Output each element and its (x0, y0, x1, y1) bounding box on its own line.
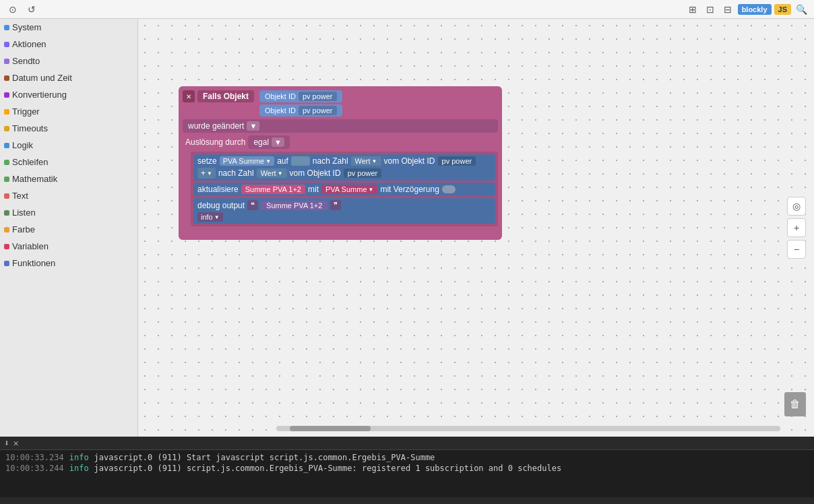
sidebar-item-timeouts[interactable]: Timeouts (0, 120, 137, 137)
sidebar-item-variablen[interactable]: Variablen (0, 238, 137, 255)
canvas-area[interactable]: ✕ Falls Objekt Objekt ID pv power Objekt… (138, 19, 814, 437)
sidebar: System Aktionen Sendto Datum und Zeit Ko… (0, 19, 138, 437)
listen-color-dot (4, 210, 9, 216)
debug-row-1: debug output ❝ Summe PVA 1+2 ❞ (197, 200, 491, 210)
geaendert-label: wurde geändert (188, 121, 244, 131)
wert-tag-2: Wert ▼ (257, 168, 287, 178)
pva-summe-dd[interactable]: ▼ (369, 187, 374, 193)
egal-block[interactable]: egal ▼ (248, 135, 290, 149)
log-time-1: 10:00:33.234 (5, 453, 64, 462)
info-tag: info ▼ (197, 212, 223, 222)
input-slot[interactable] (291, 156, 310, 166)
sidebar-label-funktionen: Funktionen (12, 258, 55, 268)
grid-icon[interactable]: ⊟ (720, 2, 735, 17)
log-scroll-btn[interactable]: ⬇ (4, 438, 9, 448)
import-icon[interactable]: ⊡ (703, 2, 718, 17)
canvas-scrollbar[interactable] (276, 426, 780, 431)
debug-row-2: info ▼ (197, 212, 491, 222)
mit-keyword: mit (308, 185, 319, 194)
plus-label: + (201, 168, 206, 178)
zoom-in-button[interactable]: + (787, 218, 806, 237)
log-level-1: info (69, 453, 89, 462)
pv-power-tag-1: pv power (299, 92, 337, 101)
timeouts-color-dot (4, 126, 9, 131)
pv-power-inner-1: pv power (438, 156, 476, 166)
objekt-id-block-2: Objekt ID pv power (259, 104, 342, 117)
objekt-id-label-1: Objekt ID (265, 92, 296, 100)
pva-summe-dropdown[interactable]: ▼ (265, 158, 271, 164)
sidebar-item-system[interactable]: System (0, 19, 137, 36)
setze-row-1: setze PVA Summe ▼ auf nach Zahl Wert ▼ (197, 156, 491, 166)
ausloesung-row: Auslösung durch egal ▼ (183, 135, 498, 149)
log-area: ⬇ ✕ 10:00:33.234 info javascript.0 (911)… (0, 437, 814, 504)
sidebar-item-aktionen[interactable]: Aktionen (0, 36, 137, 53)
quote-close: ❞ (330, 200, 341, 210)
sidebar-item-mathematik[interactable]: Mathematik (0, 170, 137, 187)
logik-color-dot (4, 143, 9, 148)
egal-dropdown[interactable]: ▼ (272, 137, 284, 147)
sidebar-item-text[interactable]: Text (0, 187, 137, 204)
sidebar-item-trigger[interactable]: Trigger (0, 103, 137, 120)
wurde-geaendert-block[interactable]: wurde geändert ▼ (183, 119, 498, 133)
farbe-color-dot (4, 227, 9, 232)
wert-dropdown-2[interactable]: ▼ (278, 170, 283, 177)
sidebar-item-funktionen[interactable]: Funktionen (0, 255, 137, 272)
log-hscroll[interactable] (0, 497, 814, 504)
sidebar-label-variablen: Variablen (12, 241, 49, 251)
block-close-notch (183, 230, 203, 236)
inner-blocks: setze PVA Summe ▼ auf nach Zahl Wert ▼ (191, 152, 498, 226)
schleifen-color-dot (4, 160, 9, 165)
blockly-badge[interactable]: blockly (738, 4, 772, 15)
sidebar-label-datum-zeit: Datum und Zeit (12, 73, 72, 83)
sidebar-label-listen: Listen (12, 208, 36, 218)
wert-dropdown-1[interactable]: ▼ (372, 158, 377, 164)
ausloesung-label: Auslösung durch (185, 137, 245, 147)
sidebar-item-listen[interactable]: Listen (0, 204, 137, 221)
debug-block[interactable]: debug output ❝ Summe PVA 1+2 ❞ info ▼ (193, 198, 495, 224)
variablen-color-dot (4, 244, 9, 249)
sidebar-label-system: System (12, 22, 41, 32)
aktualisiere-block[interactable]: aktualisiere Summe PVA 1+2 mit PVA Summe… (193, 183, 495, 196)
pv-power-inner-2: pv power (344, 168, 382, 178)
sidebar-item-konvertierung[interactable]: Konvertierung (0, 86, 137, 103)
canvas-scrollbar-thumb[interactable] (290, 426, 371, 431)
falls-objekt-header: ✕ Falls Objekt (183, 90, 254, 102)
vom-objekt-label-2: vom Objekt ID (290, 168, 341, 178)
canvas-controls: ◎ + − (787, 197, 806, 259)
sidebar-item-sendto[interactable]: Sendto (0, 53, 137, 69)
center-view-button[interactable]: ◎ (787, 197, 806, 216)
export-icon[interactable]: ⊞ (685, 2, 700, 17)
egal-label: egal (253, 137, 269, 147)
debug-output-keyword: debug output (197, 201, 245, 210)
sendto-color-dot (4, 59, 9, 64)
reload-icon[interactable]: ⊙ (5, 2, 20, 17)
sidebar-label-logik: Logik (12, 140, 33, 150)
pv-power-tag-2: pv power (299, 106, 337, 115)
zoom-out-button[interactable]: − (787, 240, 806, 259)
sidebar-label-farbe: Farbe (12, 224, 35, 234)
search-icon[interactable]: 🔍 (794, 2, 809, 17)
sidebar-item-schleifen[interactable]: Schleifen (0, 154, 137, 170)
setze-block[interactable]: setze PVA Summe ▼ auf nach Zahl Wert ▼ (193, 154, 495, 181)
info-dropdown[interactable]: ▼ (214, 214, 220, 220)
sidebar-item-farbe[interactable]: Farbe (0, 221, 137, 238)
log-toolbar: ⬇ ✕ (0, 437, 814, 450)
main-area: System Aktionen Sendto Datum und Zeit Ko… (0, 19, 814, 437)
geaendert-dropdown[interactable]: ▼ (247, 121, 259, 131)
wert-label-2: Wert (261, 169, 276, 177)
log-clear-btn[interactable]: ✕ (13, 438, 19, 448)
summe-pva-label: Summe PVA 1+2 (245, 185, 301, 193)
verzoegerung-toggle[interactable] (442, 185, 456, 193)
sidebar-item-datum-zeit[interactable]: Datum und Zeit (0, 69, 137, 86)
refresh-icon[interactable]: ↺ (24, 2, 39, 17)
trigger-block-falls-objekt[interactable]: ✕ Falls Objekt Objekt ID pv power Objekt… (179, 86, 502, 240)
trash-button[interactable]: 🗑 (784, 392, 806, 416)
sidebar-item-logik[interactable]: Logik (0, 137, 137, 154)
string-value: Summe PVA 1+2 (261, 201, 327, 210)
log-content: 10:00:33.234 info javascript.0 (911) Sta… (0, 450, 814, 497)
toolbar-right: ⊞ ⊡ ⊟ blockly JS 🔍 (685, 2, 809, 17)
js-badge[interactable]: JS (774, 4, 791, 15)
plus-dropdown[interactable]: ▼ (207, 170, 212, 177)
sidebar-label-aktionen: Aktionen (12, 39, 46, 49)
log-row-1: 10:00:33.234 info javascript.0 (911) Sta… (5, 453, 809, 462)
